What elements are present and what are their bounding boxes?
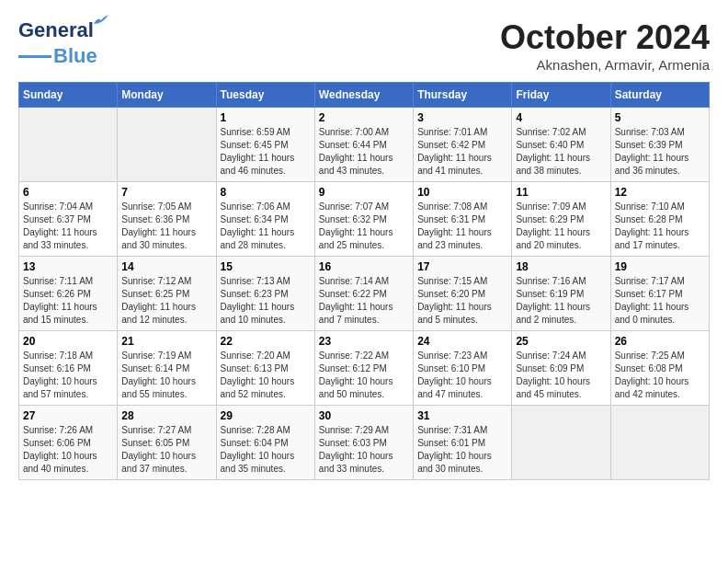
day-number: 22 — [221, 335, 311, 348]
day-number: 30 — [319, 409, 409, 422]
page-header: General Blue October 2024 Aknashen, Arma… — [18, 18, 710, 73]
calendar-cell: 7Sunrise: 7:05 AMSunset: 6:36 PMDaylight… — [118, 182, 216, 257]
day-number: 15 — [221, 260, 311, 273]
day-detail: Sunrise: 7:09 AMSunset: 6:29 PMDaylight:… — [516, 201, 606, 252]
calendar-cell: 2Sunrise: 7:00 AMSunset: 6:44 PMDaylight… — [314, 108, 413, 182]
calendar-cell: 11Sunrise: 7:09 AMSunset: 6:29 PMDayligh… — [512, 182, 610, 257]
calendar-cell: 18Sunrise: 7:16 AMSunset: 6:19 PMDayligh… — [512, 257, 610, 331]
day-detail: Sunrise: 7:19 AMSunset: 6:14 PMDaylight:… — [121, 350, 211, 401]
day-number: 1 — [221, 111, 311, 124]
calendar-cell — [118, 108, 216, 182]
day-detail: Sunrise: 7:27 AMSunset: 6:05 PMDaylight:… — [121, 424, 211, 476]
day-number: 23 — [319, 335, 409, 348]
day-number: 21 — [121, 335, 211, 348]
day-number: 18 — [516, 260, 606, 273]
calendar-cell: 23Sunrise: 7:22 AMSunset: 6:12 PMDayligh… — [314, 331, 413, 406]
day-detail: Sunrise: 7:00 AMSunset: 6:44 PMDaylight:… — [319, 126, 409, 178]
day-detail: Sunrise: 7:28 AMSunset: 6:04 PMDaylight:… — [221, 424, 311, 476]
calendar-cell: 22Sunrise: 7:20 AMSunset: 6:13 PMDayligh… — [216, 331, 314, 406]
calendar-cell: 15Sunrise: 7:13 AMSunset: 6:23 PMDayligh… — [216, 257, 314, 331]
day-detail: Sunrise: 7:20 AMSunset: 6:13 PMDaylight:… — [221, 350, 311, 401]
title-block: October 2024 Aknashen, Armavir, Armenia — [500, 18, 710, 73]
day-number: 14 — [121, 260, 211, 273]
calendar-cell: 21Sunrise: 7:19 AMSunset: 6:14 PMDayligh… — [118, 331, 216, 406]
day-number: 4 — [516, 111, 606, 124]
day-number: 5 — [615, 111, 705, 124]
day-detail: Sunrise: 7:31 AMSunset: 6:01 PMDaylight:… — [417, 424, 507, 476]
day-number: 31 — [417, 409, 507, 422]
calendar-cell: 14Sunrise: 7:12 AMSunset: 6:25 PMDayligh… — [118, 257, 216, 331]
day-number: 6 — [23, 186, 113, 199]
logo-blue: Blue — [53, 44, 97, 68]
day-number: 10 — [417, 186, 507, 199]
day-detail: Sunrise: 7:16 AMSunset: 6:19 PMDaylight:… — [516, 275, 606, 327]
month-title: October 2024 — [500, 18, 710, 57]
day-detail: Sunrise: 7:07 AMSunset: 6:32 PMDaylight:… — [319, 201, 409, 252]
day-number: 19 — [615, 260, 705, 273]
calendar-week-row: 20Sunrise: 7:18 AMSunset: 6:16 PMDayligh… — [19, 331, 710, 406]
day-detail: Sunrise: 7:12 AMSunset: 6:25 PMDaylight:… — [121, 275, 211, 327]
day-number: 24 — [417, 335, 507, 348]
weekday-header: Friday — [512, 83, 610, 108]
day-number: 3 — [417, 111, 507, 124]
calendar-cell: 29Sunrise: 7:28 AMSunset: 6:04 PMDayligh… — [216, 406, 314, 480]
calendar-cell: 1Sunrise: 6:59 AMSunset: 6:45 PMDaylight… — [216, 108, 314, 182]
calendar-cell: 6Sunrise: 7:04 AMSunset: 6:37 PMDaylight… — [19, 182, 118, 257]
day-detail: Sunrise: 7:23 AMSunset: 6:10 PMDaylight:… — [417, 350, 507, 401]
day-detail: Sunrise: 7:15 AMSunset: 6:20 PMDaylight:… — [417, 275, 507, 327]
calendar-cell — [610, 406, 709, 480]
day-number: 26 — [615, 335, 705, 348]
weekday-header: Monday — [118, 83, 216, 108]
calendar-cell: 31Sunrise: 7:31 AMSunset: 6:01 PMDayligh… — [414, 406, 512, 480]
day-detail: Sunrise: 7:08 AMSunset: 6:31 PMDaylight:… — [417, 201, 507, 252]
calendar-cell: 19Sunrise: 7:17 AMSunset: 6:17 PMDayligh… — [610, 257, 709, 331]
day-number: 16 — [319, 260, 409, 273]
day-detail: Sunrise: 7:18 AMSunset: 6:16 PMDaylight:… — [23, 350, 113, 401]
day-detail: Sunrise: 6:59 AMSunset: 6:45 PMDaylight:… — [221, 126, 311, 178]
calendar-cell: 26Sunrise: 7:25 AMSunset: 6:08 PMDayligh… — [610, 331, 709, 406]
day-detail: Sunrise: 7:06 AMSunset: 6:34 PMDaylight:… — [221, 201, 311, 252]
day-detail: Sunrise: 7:25 AMSunset: 6:08 PMDaylight:… — [615, 350, 705, 401]
day-detail: Sunrise: 7:04 AMSunset: 6:37 PMDaylight:… — [23, 201, 113, 252]
calendar-week-row: 27Sunrise: 7:26 AMSunset: 6:06 PMDayligh… — [19, 406, 710, 480]
weekday-header: Tuesday — [216, 83, 314, 108]
calendar-cell: 3Sunrise: 7:01 AMSunset: 6:42 PMDaylight… — [414, 108, 512, 182]
calendar-cell: 20Sunrise: 7:18 AMSunset: 6:16 PMDayligh… — [19, 331, 118, 406]
day-detail: Sunrise: 7:14 AMSunset: 6:22 PMDaylight:… — [319, 275, 409, 327]
logo-general: General — [18, 18, 94, 41]
calendar-cell: 28Sunrise: 7:27 AMSunset: 6:05 PMDayligh… — [118, 406, 216, 480]
day-detail: Sunrise: 7:10 AMSunset: 6:28 PMDaylight:… — [615, 201, 705, 252]
calendar-week-row: 6Sunrise: 7:04 AMSunset: 6:37 PMDaylight… — [19, 182, 710, 257]
day-number: 27 — [23, 409, 113, 422]
day-detail: Sunrise: 7:11 AMSunset: 6:26 PMDaylight:… — [23, 275, 113, 327]
day-number: 2 — [319, 111, 409, 124]
calendar-week-row: 13Sunrise: 7:11 AMSunset: 6:26 PMDayligh… — [19, 257, 710, 331]
day-detail: Sunrise: 7:05 AMSunset: 6:36 PMDaylight:… — [121, 201, 211, 252]
day-detail: Sunrise: 7:17 AMSunset: 6:17 PMDaylight:… — [615, 275, 705, 327]
day-number: 8 — [221, 186, 311, 199]
day-number: 20 — [23, 335, 113, 348]
calendar-cell: 12Sunrise: 7:10 AMSunset: 6:28 PMDayligh… — [610, 182, 709, 257]
day-detail: Sunrise: 7:24 AMSunset: 6:09 PMDaylight:… — [516, 350, 606, 401]
day-number: 17 — [417, 260, 507, 273]
calendar-week-row: 1Sunrise: 6:59 AMSunset: 6:45 PMDaylight… — [19, 108, 710, 182]
weekday-header: Thursday — [414, 83, 512, 108]
day-detail: Sunrise: 7:29 AMSunset: 6:03 PMDaylight:… — [319, 424, 409, 476]
weekday-header-row: SundayMondayTuesdayWednesdayThursdayFrid… — [19, 83, 710, 108]
day-number: 28 — [121, 409, 211, 422]
calendar-cell: 17Sunrise: 7:15 AMSunset: 6:20 PMDayligh… — [414, 257, 512, 331]
day-detail: Sunrise: 7:22 AMSunset: 6:12 PMDaylight:… — [319, 350, 409, 401]
location: Aknashen, Armavir, Armenia — [500, 57, 710, 73]
calendar-cell: 10Sunrise: 7:08 AMSunset: 6:31 PMDayligh… — [414, 182, 512, 257]
day-detail: Sunrise: 7:03 AMSunset: 6:39 PMDaylight:… — [615, 126, 705, 178]
calendar-cell: 27Sunrise: 7:26 AMSunset: 6:06 PMDayligh… — [19, 406, 118, 480]
day-number: 12 — [615, 186, 705, 199]
day-detail: Sunrise: 7:26 AMSunset: 6:06 PMDaylight:… — [23, 424, 113, 476]
day-number: 25 — [516, 335, 606, 348]
day-number: 9 — [319, 186, 409, 199]
day-number: 7 — [121, 186, 211, 199]
calendar-cell: 30Sunrise: 7:29 AMSunset: 6:03 PMDayligh… — [314, 406, 413, 480]
weekday-header: Sunday — [19, 83, 118, 108]
day-number: 11 — [516, 186, 606, 199]
weekday-header: Wednesday — [314, 83, 413, 108]
